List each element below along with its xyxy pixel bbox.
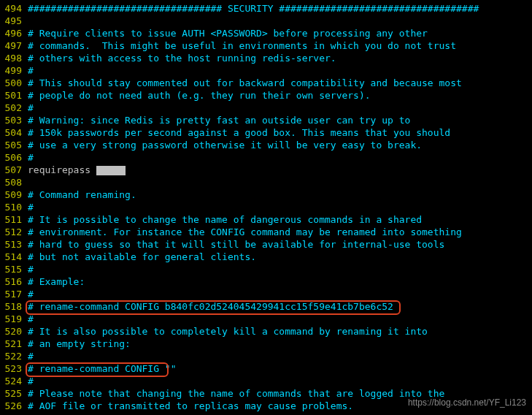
line-content: # [28, 64, 34, 77]
code-line: 502# [0, 102, 532, 114]
line-number: 503 [0, 114, 22, 126]
line-content: # Command renaming. [28, 189, 136, 201]
line-content: # Warning: since Redis is pretty fast an… [28, 114, 410, 126]
line-number: 524 [0, 375, 22, 387]
line-content: # hard to guess so that it will still be… [28, 238, 444, 251]
line-number: 518 [0, 300, 22, 313]
code-line: 495 [0, 15, 532, 27]
line-content: # commands. This might be useful in envi… [28, 39, 456, 52]
line-content: # [28, 102, 34, 114]
line-number: 507 [0, 164, 22, 176]
line-content: # use a very strong password otherwise i… [28, 139, 422, 151]
line-number: 494 [0, 2, 22, 15]
line-number: 512 [0, 226, 22, 238]
line-number: 510 [0, 201, 22, 213]
line-number: 508 [0, 176, 22, 189]
line-content: # 150k passwords per second against a go… [28, 126, 450, 139]
code-line: 501# people do not need auth (e.g. they … [0, 89, 532, 102]
line-number: 514 [0, 251, 22, 263]
line-number: 498 [0, 52, 22, 64]
code-editor: 494################################## SE… [0, 0, 532, 412]
line-content: # It is also possible to completely kill… [28, 325, 428, 338]
line-content: # It is possible to change the name of d… [28, 213, 422, 226]
line-number: 499 [0, 64, 22, 77]
code-line: 515# [0, 263, 532, 275]
code-line: 520# It is also possible to completely k… [0, 325, 532, 338]
line-number: 505 [0, 139, 22, 151]
code-line: 498# others with access to the host runn… [0, 52, 532, 64]
line-content: # AOF file or transmitted to replicas ma… [28, 400, 353, 412]
code-line: 500# This should stay commented out for … [0, 77, 532, 89]
code-line: 496# Require clients to issue AUTH <PASS… [0, 27, 532, 39]
code-line: 516# Example: [0, 275, 532, 288]
line-content: # [28, 263, 34, 275]
code-line: 518# rename-command CONFIG b840fc02d5240… [0, 300, 532, 313]
code-line: 514# but not available for general clien… [0, 251, 532, 263]
line-number: 506 [0, 151, 22, 164]
code-line: 499# [0, 64, 532, 77]
line-number: 522 [0, 350, 22, 362]
line-number: 509 [0, 189, 22, 201]
line-number: 497 [0, 39, 22, 52]
line-content: # rename-command CONFIG "" [28, 362, 177, 375]
line-number: 517 [0, 288, 22, 300]
line-number: 523 [0, 362, 22, 375]
code-line: 503# Warning: since Redis is pretty fast… [0, 114, 532, 126]
line-content: # Example: [28, 275, 85, 288]
line-content: # others with access to the host running… [28, 52, 336, 64]
line-content: # but not available for general clients. [28, 251, 256, 263]
line-number: 515 [0, 263, 22, 275]
code-line: 511# It is possible to change the name o… [0, 213, 532, 226]
line-number: 511 [0, 213, 22, 226]
code-line: 519# [0, 313, 532, 325]
line-content: # [28, 201, 34, 213]
code-line: 517# [0, 288, 532, 300]
code-line: 506# [0, 151, 532, 164]
line-number: 504 [0, 126, 22, 139]
line-number: 516 [0, 275, 22, 288]
line-content: # [28, 375, 34, 387]
redacted-password [96, 166, 126, 175]
line-number: 520 [0, 325, 22, 338]
code-line: 510# [0, 201, 532, 213]
line-content: # [28, 313, 34, 325]
line-content: # This should stay commented out for bac… [28, 77, 462, 89]
line-content: # people do not need auth (e.g. they run… [28, 89, 371, 102]
line-number: 525 [0, 387, 22, 400]
line-content: ################################## SECUR… [28, 2, 479, 15]
line-number: 495 [0, 15, 22, 27]
code-line: 507requirepass [0, 164, 532, 176]
line-content: requirepass [28, 164, 126, 176]
line-content: # [28, 350, 34, 362]
line-number: 501 [0, 89, 22, 102]
code-line: 494################################## SE… [0, 2, 532, 15]
line-number: 521 [0, 338, 22, 350]
code-line: 522# [0, 350, 532, 362]
code-line: 497# commands. This might be useful in e… [0, 39, 532, 52]
line-content: # Please note that changing the name of … [28, 387, 444, 400]
code-line: 505# use a very strong password otherwis… [0, 139, 532, 151]
line-content: # environment. For instance the CONFIG c… [28, 226, 462, 238]
line-number: 519 [0, 313, 22, 325]
code-line: 508 [0, 176, 532, 189]
line-number: 513 [0, 238, 22, 251]
line-number: 502 [0, 102, 22, 114]
line-number: 500 [0, 77, 22, 89]
line-content: # Require clients to issue AUTH <PASSWOR… [28, 27, 428, 39]
line-number: 496 [0, 27, 22, 39]
code-line: 523# rename-command CONFIG "" [0, 362, 532, 375]
code-line: 504# 150k passwords per second against a… [0, 126, 532, 139]
line-content: # rename-command CONFIG b840fc02d5240454… [28, 300, 393, 313]
code-line: 524# [0, 375, 532, 387]
code-line: 513# hard to guess so that it will still… [0, 238, 532, 251]
code-line: 509# Command renaming. [0, 189, 532, 201]
line-number: 526 [0, 400, 22, 412]
line-content: # an empty string: [28, 338, 131, 350]
line-content: # [28, 151, 34, 164]
code-line: 512# environment. For instance the CONFI… [0, 226, 532, 238]
watermark: https://blog.csdn.net/YF_Li123 [408, 397, 526, 409]
code-line: 521# an empty string: [0, 338, 532, 350]
line-content: # [28, 288, 34, 300]
